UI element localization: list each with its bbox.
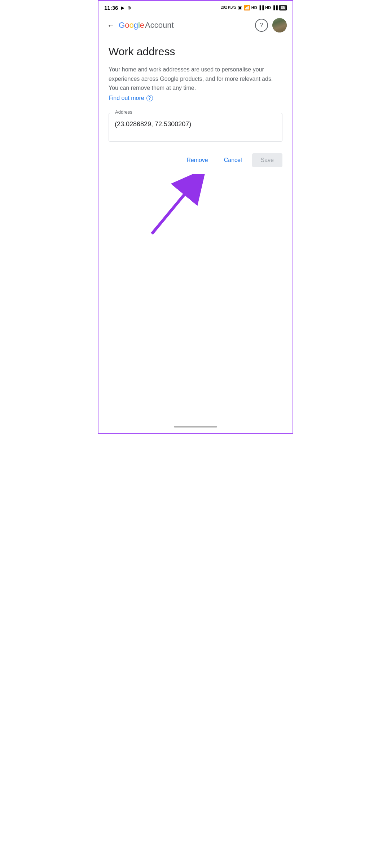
page-description: Your home and work addresses are used to… <box>109 65 282 93</box>
save-button[interactable]: Save <box>252 153 282 167</box>
info-icon: ? <box>146 95 153 101</box>
back-button[interactable]: ← <box>104 18 117 32</box>
page-title: Work address <box>109 45 282 58</box>
google-g2: g <box>134 21 138 30</box>
cancel-button[interactable]: Cancel <box>218 153 248 167</box>
wifi-icon: 📶 <box>244 5 250 10</box>
svg-line-1 <box>152 181 195 234</box>
app-bar: ← Google Account ? <box>98 14 293 37</box>
google-o2: o <box>129 21 133 30</box>
main-content: Work address Your home and work addresse… <box>98 37 293 264</box>
address-value: (23.0286829, 72.5300207) <box>115 120 191 128</box>
google-logo: Google <box>119 21 144 30</box>
remove-button[interactable]: Remove <box>181 153 214 167</box>
action-buttons: Remove Cancel Save <box>109 153 282 167</box>
location-icon: ⊕ <box>127 5 131 10</box>
network-speed: 292 KB/S <box>221 6 236 9</box>
app-title: Google Account <box>119 21 255 30</box>
google-o1: o <box>125 21 129 30</box>
arrow-annotation <box>130 174 282 239</box>
status-time: 11:36 <box>104 5 118 11</box>
app-title-text: Account <box>145 21 174 30</box>
address-label: Address <box>114 109 134 115</box>
find-out-more-link[interactable]: Find out more ? <box>109 95 153 101</box>
address-input[interactable]: (23.0286829, 72.5300207) <box>109 113 282 142</box>
play-icon: ▶ <box>121 5 124 10</box>
google-g: G <box>119 21 125 30</box>
signal-icon2: HD ▐▐ <box>265 5 278 10</box>
status-left: 11:36 ▶ ⊕ <box>104 5 131 11</box>
bluetooth-icon: ▣ <box>238 5 242 10</box>
status-right: 292 KB/S ▣ 📶 HD ▐▐ HD ▐▐ 85 <box>221 5 287 10</box>
help-button[interactable]: ? <box>255 19 268 32</box>
home-indicator <box>174 426 217 428</box>
google-e: e <box>140 21 144 30</box>
avatar[interactable] <box>272 18 287 32</box>
address-field-wrapper: Address (23.0286829, 72.5300207) <box>109 113 282 142</box>
question-mark-icon: ? <box>260 22 263 29</box>
app-bar-right: ? <box>255 18 287 32</box>
battery-indicator: 85 <box>279 5 287 10</box>
find-out-more-text: Find out more <box>109 95 144 101</box>
status-bar: 11:36 ▶ ⊕ 292 KB/S ▣ 📶 HD ▐▐ HD ▐▐ 85 <box>98 1 293 14</box>
avatar-image <box>272 18 287 32</box>
purple-arrow-svg <box>130 174 210 239</box>
signal-icon: HD ▐▐ <box>251 5 264 10</box>
